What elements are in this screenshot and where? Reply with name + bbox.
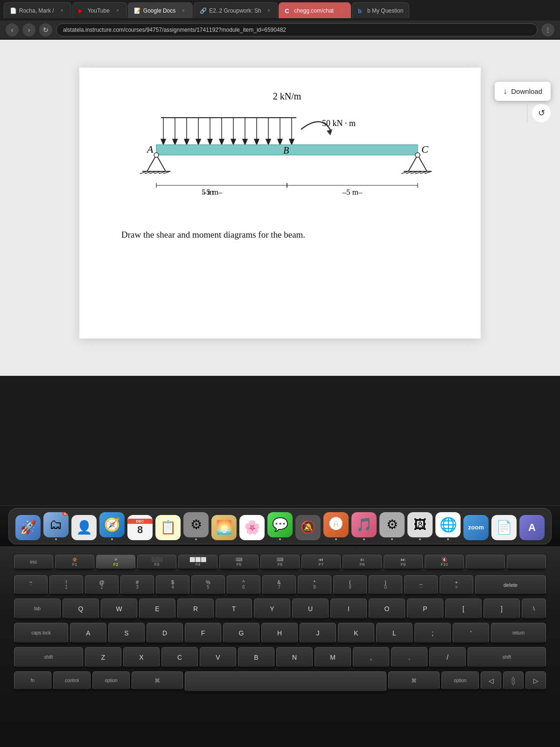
key-r[interactable]: R bbox=[177, 599, 214, 619]
key-backslash[interactable]: \ bbox=[522, 599, 546, 619]
dock-item-zoom[interactable]: zoom bbox=[463, 515, 489, 540]
key-f7[interactable]: ⏮F7 bbox=[301, 555, 341, 570]
key-f3[interactable]: ⬛⬛F3 bbox=[137, 555, 176, 570]
key-up-down[interactable]: △ ▽ bbox=[503, 671, 524, 690]
key-f9[interactable]: ⏭F9 bbox=[384, 555, 423, 570]
key-d[interactable]: D bbox=[147, 623, 183, 643]
key-f6[interactable]: ⌨F6 bbox=[260, 555, 300, 570]
key-tab[interactable]: tab bbox=[14, 599, 61, 619]
key-f5[interactable]: ⌨F5 bbox=[219, 555, 259, 570]
dock-item-preview[interactable]: 🖼 bbox=[407, 512, 433, 540]
dock-item-safari[interactable]: 🧭 bbox=[99, 512, 125, 540]
dock-item-pdf[interactable]: 📄 bbox=[491, 515, 517, 540]
key-j[interactable]: J bbox=[300, 623, 336, 643]
dock-item-photos[interactable]: 🌸 bbox=[239, 515, 265, 540]
tab-rocha[interactable]: 📄 Rocha, Mark / × bbox=[4, 2, 71, 18]
key-period[interactable]: . bbox=[391, 647, 427, 668]
key-4[interactable]: $ 4 bbox=[156, 575, 189, 595]
key-k[interactable]: K bbox=[338, 623, 374, 643]
key-f8[interactable]: ⏯F8 bbox=[343, 555, 382, 570]
key-option-right[interactable]: option bbox=[441, 671, 479, 690]
tab-close-e2[interactable]: × bbox=[266, 7, 272, 14]
key-e[interactable]: E bbox=[139, 599, 175, 619]
dock-item-calendar[interactable]: DEC 8 bbox=[127, 515, 153, 540]
key-8[interactable]: * 8 bbox=[298, 575, 331, 595]
key-z[interactable]: Z bbox=[85, 647, 121, 668]
key-g[interactable]: G bbox=[223, 623, 259, 643]
key-u[interactable]: U bbox=[292, 599, 329, 619]
key-p[interactable]: P bbox=[407, 599, 443, 619]
key-h[interactable]: H bbox=[261, 623, 298, 643]
key-left[interactable]: ◁ bbox=[481, 671, 501, 690]
key-2[interactable]: @ 2 bbox=[85, 575, 119, 595]
tab-close-rocha[interactable]: × bbox=[59, 7, 65, 14]
key-right[interactable]: ▷ bbox=[525, 671, 546, 690]
key-semicolon[interactable]: ; bbox=[414, 623, 451, 643]
key-c[interactable]: C bbox=[161, 647, 198, 668]
key-7[interactable]: & 7 bbox=[262, 575, 296, 595]
key-command-right[interactable]: ⌘ bbox=[388, 671, 440, 690]
key-3[interactable]: # 3 bbox=[120, 575, 154, 595]
key-f1[interactable]: 🔅F1 bbox=[55, 555, 94, 570]
refresh-button[interactable]: ↻ bbox=[39, 23, 52, 36]
key-l[interactable]: L bbox=[376, 623, 413, 643]
dock-item-chrome[interactable]: 🌐 bbox=[435, 512, 461, 540]
back-button[interactable]: ‹ bbox=[6, 23, 19, 36]
key-command-left[interactable]: ⌘ bbox=[132, 671, 183, 690]
key-t[interactable]: T bbox=[216, 599, 252, 619]
key-comma[interactable]: , bbox=[353, 647, 389, 668]
tab-close-youtube[interactable]: × bbox=[114, 7, 121, 14]
key-0[interactable]: ) 0 bbox=[369, 575, 402, 595]
key-a[interactable]: A bbox=[70, 623, 106, 643]
key-o[interactable]: O bbox=[369, 599, 405, 619]
dock-item-preferences[interactable]: ⚙ bbox=[183, 512, 209, 540]
dock-item-notes[interactable]: 📋 bbox=[155, 515, 181, 540]
key-delete[interactable]: delete bbox=[475, 575, 546, 595]
key-s[interactable]: S bbox=[108, 623, 145, 643]
key-f[interactable]: F bbox=[185, 623, 221, 643]
dock-item-sys-prefs2[interactable]: ⚙ bbox=[379, 512, 405, 540]
key-f4[interactable]: ⬜⬜⬜F4 bbox=[178, 555, 217, 570]
tab-chegg[interactable]: C chegg.com/chat × bbox=[279, 2, 351, 18]
key-shift-left[interactable]: shift bbox=[14, 647, 83, 668]
dock-item-keynote[interactable]: 🅐 bbox=[323, 512, 349, 540]
tab-close-chegg[interactable]: × bbox=[338, 7, 345, 14]
key-esc[interactable]: esc bbox=[14, 555, 53, 570]
key-n[interactable]: N bbox=[276, 647, 313, 668]
key-y[interactable]: Y bbox=[254, 599, 290, 619]
key-x[interactable]: X bbox=[123, 647, 160, 668]
extensions-button[interactable]: ⋮ bbox=[541, 23, 554, 36]
key-return[interactable]: return bbox=[491, 623, 546, 643]
tab-e2-groupwork[interactable]: 🔗 E2..2 Groupwork: Sh × bbox=[194, 2, 278, 18]
key-option-left[interactable]: option bbox=[92, 671, 130, 690]
address-bar[interactable]: alstatela.instructure.com/courses/94757/… bbox=[56, 23, 538, 36]
key-q[interactable]: Q bbox=[63, 599, 99, 619]
dock-item-music[interactable]: 🎵 bbox=[351, 512, 377, 540]
key-f10[interactable]: 🔇F10 bbox=[425, 555, 464, 570]
key-m[interactable]: M bbox=[315, 647, 351, 668]
dock-item-finder[interactable]: 🗂 27 bbox=[43, 512, 69, 540]
dock-item-contacts[interactable]: 👤 bbox=[71, 515, 97, 540]
dock-item-messages[interactable]: 💬 bbox=[267, 512, 293, 540]
forward-button[interactable]: › bbox=[22, 23, 35, 36]
dock-item-dnd[interactable]: 🔕 bbox=[295, 515, 321, 540]
key-f2[interactable]: ☀F2 bbox=[96, 555, 135, 570]
dock-item-brightness[interactable]: 🌅 bbox=[211, 515, 237, 540]
key-fn[interactable]: fn bbox=[14, 671, 51, 690]
key-9[interactable]: ( 9 bbox=[333, 575, 367, 595]
key-v[interactable]: V bbox=[200, 647, 236, 668]
refresh-icon-button[interactable]: ↺ bbox=[532, 104, 551, 122]
dock-item-launchpad[interactable]: 🚀 bbox=[15, 515, 41, 540]
tab-close-google-docs[interactable]: × bbox=[180, 7, 187, 14]
key-b[interactable]: B bbox=[238, 647, 274, 668]
key-minus[interactable]: _ - bbox=[404, 575, 438, 595]
key-6[interactable]: ^ 6 bbox=[227, 575, 260, 595]
key-slash[interactable]: / bbox=[429, 647, 466, 668]
dock-item-app[interactable]: A bbox=[519, 515, 545, 540]
key-1[interactable]: ! 1 bbox=[49, 575, 83, 595]
download-button[interactable]: ↓ Download bbox=[495, 82, 551, 101]
tab-youtube[interactable]: ▶ YouTube × bbox=[72, 2, 127, 18]
key-space[interactable] bbox=[185, 671, 386, 692]
key-w[interactable]: W bbox=[101, 599, 137, 619]
key-quote[interactable]: ' bbox=[453, 623, 489, 643]
